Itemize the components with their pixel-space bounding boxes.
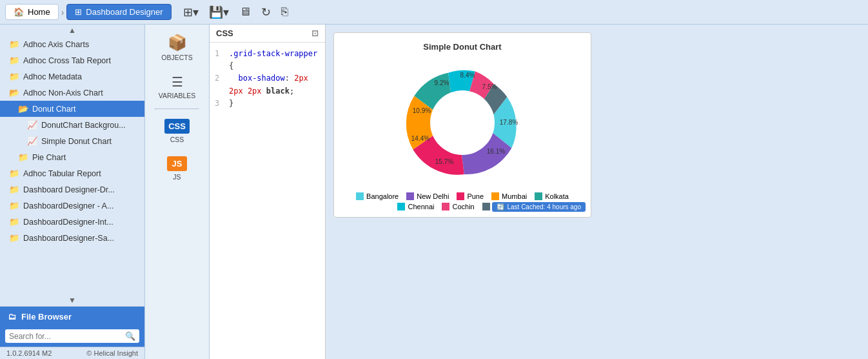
sidebar-item-metadata[interactable]: 📁 Adhoc Metadata: [0, 68, 144, 85]
chart-title: Simple Donut Chart: [344, 42, 580, 52]
home-tab[interactable]: 🏠 Home: [5, 4, 59, 20]
legend-label-newdelhi: New Delhi: [417, 192, 449, 200]
js-tool[interactable]: JS JS: [152, 152, 203, 185]
objects-tool[interactable]: 📦 OBJECTS: [152, 30, 203, 65]
folder-icon: 📁: [9, 169, 19, 178]
donut-center: [430, 90, 495, 155]
designer-tab[interactable]: ⊞ Dashboard Designer: [66, 4, 171, 20]
file-browser-header[interactable]: 🗂 File Browser: [0, 307, 144, 327]
version-bar: 1.0.2.6914 M2 © Helical Insight: [0, 347, 144, 359]
folder-icon: 📁: [9, 201, 19, 210]
file-browser-icon: 🗂: [8, 312, 16, 322]
sidebar-item-dd-a[interactable]: 📁 DashboardDesigner - A...: [0, 198, 144, 214]
css-editor-header: CSS ⊡: [210, 25, 325, 43]
label-cochin: 8.4%: [460, 72, 475, 79]
scroll-up-btn[interactable]: ▲: [0, 25, 144, 36]
sidebar-item-tabular[interactable]: 📁 Adhoc Tabular Report: [0, 165, 144, 181]
css-editor-expand-icon[interactable]: ⊡: [311, 28, 319, 38]
variables-icon: ☰: [172, 74, 183, 90]
label-mumbai: 14.4%: [411, 135, 429, 142]
sidebar-item-cross-tab[interactable]: 📁 Adhoc Cross Tab Report: [0, 52, 144, 68]
folder-icon: 📁: [9, 39, 19, 49]
version-text: 1.0.2.6914 M2: [6, 349, 52, 357]
scroll-down-btn[interactable]: ▼: [0, 294, 144, 306]
legend-kolkata: Kolkata: [535, 192, 569, 200]
label-newdelhi: 16.1%: [487, 148, 505, 155]
grid-tool-button[interactable]: ⊞▾: [181, 4, 201, 21]
search-box: 🔍: [5, 329, 139, 343]
chart-icon: 📈: [27, 120, 37, 130]
copyright-text: © Helical Insight: [86, 349, 138, 357]
css-line-3: 3 }: [215, 97, 320, 110]
sidebar-item-dd-sa[interactable]: 📁 DashboardDesigner-Sa...: [0, 230, 144, 246]
variables-tool[interactable]: ☰ VARIABLES: [152, 70, 203, 103]
chart-panel: Simple Donut Chart: [326, 25, 868, 359]
legend-label-chennai: Chennai: [408, 203, 434, 210]
cache-badge: 🔄 Last Cached: 4 hours ago: [492, 202, 586, 212]
legend-newdelhi: New Delhi: [406, 192, 449, 200]
legend-cochin: Cochin: [442, 203, 474, 210]
save-tool-button[interactable]: 💾▾: [206, 4, 232, 21]
variables-label: VARIABLES: [159, 92, 196, 99]
nav-chevron-icon: ›: [61, 7, 64, 17]
legend-chennai: Chennai: [397, 203, 434, 210]
sidebar-item-simple-donut[interactable]: 📈 Simple Donut Chart: [0, 133, 144, 149]
legend-dot-kolkata: [535, 192, 542, 200]
sidebar-item-donutchart-bg[interactable]: 📈 DonutChart Backgrou...: [0, 117, 144, 133]
search-input[interactable]: [9, 332, 125, 341]
top-nav: 🏠 Home › ⊞ Dashboard Designer ⊞▾ 💾▾ 🖥 ↻ …: [0, 0, 868, 25]
sidebar-item-pie[interactable]: 📁 Pie Chart: [0, 149, 144, 165]
js-label: JS: [173, 173, 181, 181]
donut-chart-svg: 17.8% 16.1% 15.7% 14.4% 10.9% 9.2% 8.4% …: [385, 58, 540, 187]
legend-label-kolkata: Kolkata: [545, 192, 569, 200]
search-icon: 🔍: [125, 331, 135, 341]
label-pune: 15.7%: [435, 158, 453, 165]
chart-icon: 📈: [27, 136, 37, 146]
legend-mumbai: Mumbai: [491, 192, 527, 200]
label-hyderabad: 7.5%: [482, 83, 497, 90]
js-icon: JS: [167, 156, 188, 171]
folder-open-icon: 📂: [18, 104, 28, 114]
designer-label: Dashboard Designer: [86, 7, 163, 17]
file-browser-section: 🗂 File Browser 🔍: [0, 306, 144, 347]
legend-dot-mumbai: [491, 192, 499, 200]
folder-open-icon: 📂: [9, 88, 19, 97]
css-label: CSS: [170, 136, 184, 143]
legend-dot-chennai: [397, 203, 405, 210]
cache-label: Last Cached: 4 hours ago: [507, 203, 581, 210]
sidebar-item-dd-int[interactable]: 📁 DashboardDesigner-Int...: [0, 214, 144, 230]
legend-pune: Pune: [457, 192, 484, 200]
sidebar-item-non-axis[interactable]: 📂 Adhoc Non-Axis Chart: [0, 85, 144, 101]
legend-dot-hyderabad: [482, 203, 490, 210]
css-tool[interactable]: CSS CSS: [152, 115, 203, 147]
legend-label-bangalore: Bangalore: [366, 192, 399, 200]
cache-icon: 🔄: [497, 203, 504, 210]
legend-label-cochin: Cochin: [452, 203, 474, 210]
legend-label-mumbai: Mumbai: [502, 192, 527, 200]
middle-panel: 📦 OBJECTS ☰ VARIABLES CSS CSS JS JS: [145, 25, 210, 359]
preview-tool-button[interactable]: 🖥: [237, 4, 253, 20]
folder-icon: 📁: [9, 233, 19, 243]
nav-tools: ⊞▾ 💾▾ 🖥 ↻ ⎘: [181, 4, 291, 21]
folder-icon: 📁: [9, 56, 19, 65]
line-num-1: 1: [215, 48, 224, 72]
home-icon: 🏠: [14, 7, 24, 17]
css-icon: CSS: [164, 119, 190, 134]
legend-dot-bangalore: [356, 192, 364, 200]
refresh-tool-button[interactable]: ↻: [259, 4, 273, 21]
designer-icon: ⊞: [75, 7, 82, 17]
css-line-2: 2 box-shadow: 2px 2px 2px black;: [215, 72, 320, 97]
folder-icon: 📁: [9, 72, 19, 81]
sidebar-item-dd-dr[interactable]: 📁 Dashboard Designer-Dr...: [0, 181, 144, 198]
label-bangalore: 17.8%: [500, 119, 518, 126]
sidebar-item-adhoc-axis[interactable]: 📁 Adhoc Axis Charts: [0, 36, 144, 52]
css-code-area[interactable]: 1 .grid-stack-wrapper { 2 box-shadow: 2p…: [210, 43, 325, 359]
legend-dot-pune: [457, 192, 464, 200]
export-tool-button[interactable]: ⎘: [279, 4, 291, 20]
folder-icon: 📁: [9, 185, 19, 194]
file-browser-label: File Browser: [21, 312, 72, 322]
css-line-1: 1 .grid-stack-wrapper {: [215, 48, 320, 72]
sidebar-item-donut-chart[interactable]: 📂 Donut Chart: [0, 101, 144, 117]
objects-icon: 📦: [168, 34, 187, 52]
css-editor: CSS ⊡ 1 .grid-stack-wrapper { 2 box-shad…: [210, 25, 326, 359]
